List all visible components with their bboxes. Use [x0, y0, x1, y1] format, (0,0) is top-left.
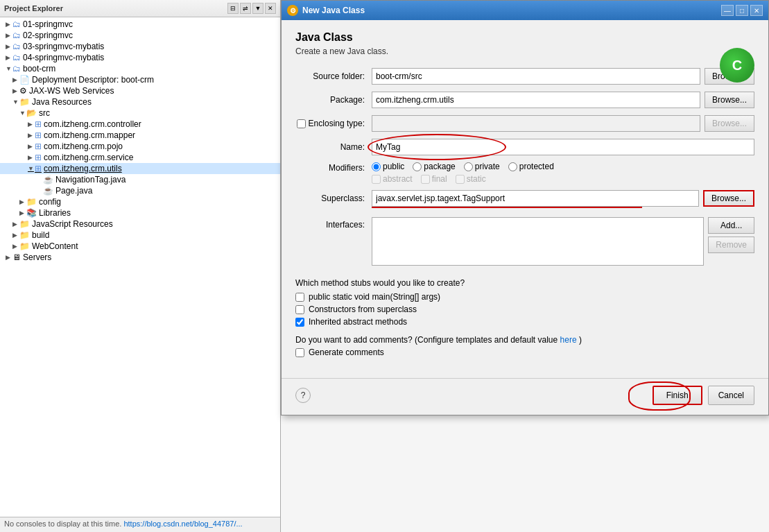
checkbox-abstract-input[interactable]	[372, 175, 381, 184]
folder-icon: 📁	[19, 241, 30, 251]
project-icon: 🗂	[12, 64, 21, 74]
tree-item-webcontent[interactable]: ▶ 📁 WebContent	[0, 241, 280, 252]
enclosing-type-row: Enclosing type: Browse...	[295, 114, 754, 132]
toolbar-link-btn[interactable]: ⇌	[240, 3, 251, 14]
tree-item-02-springmvc[interactable]: ▶ 🗂 02-springmvc	[0, 30, 280, 41]
enclosing-type-checkbox[interactable]	[297, 119, 306, 128]
toolbar-menu-btn[interactable]: ▼	[252, 3, 263, 14]
enclosing-type-browse-btn[interactable]: Browse...	[705, 115, 754, 132]
tree-item-utils[interactable]: ▼ ⊞ com.itzheng.crm.utils	[0, 163, 280, 174]
dialog-section-title: Java Class	[295, 31, 754, 44]
name-field-area	[372, 139, 754, 155]
modifiers-row: Modifiers: public package pr	[295, 162, 754, 184]
package-browse-btn[interactable]: Browse...	[705, 92, 754, 108]
tree-item-page-java[interactable]: ☕ Page.java	[0, 185, 280, 196]
dialog-logo: C	[720, 48, 754, 83]
stub3-checkbox[interactable]	[295, 318, 304, 327]
stubs-section: Which method stubs would you like to cre…	[295, 278, 754, 329]
radio-package[interactable]: package	[413, 162, 455, 171]
package-input[interactable]	[372, 92, 700, 108]
generate-comments-row: Generate comments	[295, 347, 754, 357]
superclass-browse-btn[interactable]: Browse...	[703, 190, 754, 207]
source-folder-field-area: Browse...	[372, 68, 754, 85]
tree-item-pojo[interactable]: ▶ ⊞ com.itzheng.crm.pojo	[0, 141, 280, 152]
help-button[interactable]: ?	[295, 388, 311, 403]
explorer-title: Project Explorer	[4, 4, 63, 12]
window-minimize-btn[interactable]: —	[721, 5, 734, 16]
interfaces-add-btn[interactable]: Add...	[708, 217, 754, 234]
tree-item-libraries[interactable]: ▶ 📚 Libraries	[0, 207, 280, 218]
window-close-btn[interactable]: ✕	[750, 5, 763, 16]
package-icon: ⊞	[35, 130, 42, 140]
footer-buttons: Finish Cancel	[653, 386, 754, 405]
dialog-title-left: ⚙ New Java Class	[287, 5, 365, 16]
radio-protected[interactable]: protected	[508, 162, 554, 171]
radio-package-input[interactable]	[413, 162, 422, 171]
tree-item-boot-crm[interactable]: ▼ 🗂 boot-crm	[0, 63, 280, 74]
stub2-checkbox[interactable]	[295, 305, 304, 314]
checkbox-final[interactable]: final	[421, 174, 447, 184]
tree-item-servers[interactable]: ▶ 🖥 Servers	[0, 252, 280, 263]
radio-public-input[interactable]	[372, 162, 381, 171]
folder-icon: 📁	[19, 97, 30, 107]
finish-button[interactable]: Finish	[653, 386, 702, 405]
stub1-checkbox[interactable]	[295, 293, 304, 302]
folder-icon: 📁	[26, 197, 37, 207]
interfaces-remove-btn[interactable]: Remove	[708, 237, 754, 253]
radio-private-input[interactable]	[464, 162, 473, 171]
tree-item-03-springmvc-mybatis[interactable]: ▶ 🗂 03-springmvc-mybatis	[0, 41, 280, 52]
toolbar-collapse-btn[interactable]: ⊟	[227, 3, 239, 14]
window-maximize-btn[interactable]: □	[736, 5, 748, 16]
dialog-window: ⚙ New Java Class — □ ✕ C Java Class Crea…	[281, 0, 769, 415]
console-link[interactable]: https://blog.csdn.net/blog_44787/...	[123, 520, 242, 528]
folder-icon: 📁	[19, 219, 30, 229]
modifiers-label: Modifiers:	[295, 162, 372, 173]
radio-protected-input[interactable]	[508, 162, 517, 171]
tree-item-mapper[interactable]: ▶ ⊞ com.itzheng.crm.mapper	[0, 130, 280, 141]
tree-item-src[interactable]: ▼ 📂 src	[0, 108, 280, 119]
superclass-label: Superclass:	[295, 194, 372, 203]
source-folder-input[interactable]	[372, 68, 700, 85]
tree-item-jax-ws[interactable]: ▶ ⚙ JAX-WS Web Services	[0, 85, 280, 96]
java-icon: ☕	[43, 186, 53, 196]
dialog-section-desc: Create a new Java class.	[295, 46, 754, 56]
comments-link[interactable]: here	[560, 335, 577, 345]
interfaces-row: Interfaces: Add... Remove	[295, 217, 754, 266]
stubs-question: Which method stubs would you like to cre…	[295, 278, 754, 288]
cancel-button[interactable]: Cancel	[708, 386, 754, 405]
radio-private[interactable]: private	[464, 162, 500, 171]
package-field-area: Browse...	[372, 92, 754, 108]
enclosing-type-field-area: Browse...	[372, 115, 754, 132]
checkbox-final-input[interactable]	[421, 175, 430, 184]
checkbox-abstract[interactable]: abstract	[372, 174, 413, 184]
tree-item-01-springmvc[interactable]: ▶ 🗂 01-springmvc	[0, 19, 280, 30]
enclosing-type-input[interactable]	[372, 115, 700, 132]
generate-comments-checkbox[interactable]	[295, 348, 304, 357]
tree-item-config[interactable]: ▶ 📁 config	[0, 196, 280, 207]
tree-item-navigation-tag[interactable]: ☕ NavigationTag.java	[0, 174, 280, 185]
name-label: Name:	[295, 142, 372, 152]
dialog-area: ⚙ New Java Class — □ ✕ C Java Class Crea…	[281, 0, 769, 532]
superclass-input[interactable]	[372, 190, 699, 207]
source-folder-row: Source folder: Browse...	[295, 67, 754, 85]
tree-item-java-resources[interactable]: ▼ 📁 Java Resources	[0, 96, 280, 108]
tree-item-04-springmvc-mybatis[interactable]: ▶ 🗂 04-springmvc-mybatis	[0, 52, 280, 63]
toolbar-close-btn[interactable]: ✕	[265, 3, 276, 14]
checkbox-static-input[interactable]	[456, 175, 465, 184]
name-row: Name:	[295, 138, 754, 156]
dialog-icon: ⚙	[287, 5, 298, 16]
interfaces-buttons: Add... Remove	[708, 217, 754, 266]
stub1-row: public static void main(String[] args)	[295, 292, 754, 302]
tree-item-js-resources[interactable]: ▶ 📁 JavaScript Resources	[0, 218, 280, 230]
comments-section: Do you want to add comments? (Configure …	[295, 335, 754, 360]
service-icon: ⚙	[19, 86, 27, 96]
checkbox-static[interactable]: static	[456, 174, 486, 184]
name-input[interactable]	[372, 139, 754, 155]
tree-item-build[interactable]: ▶ 📁 build	[0, 230, 280, 241]
tree-item-controller[interactable]: ▶ ⊞ com.itzheng.crm.controller	[0, 119, 280, 130]
superclass-underline-annotation	[372, 207, 642, 208]
tree-item-deployment[interactable]: ▶ 📄 Deployment Descriptor: boot-crm	[0, 74, 280, 85]
interfaces-label: Interfaces:	[295, 217, 372, 230]
radio-public[interactable]: public	[372, 162, 404, 171]
tree-item-service[interactable]: ▶ ⊞ com.itzheng.crm.service	[0, 152, 280, 163]
